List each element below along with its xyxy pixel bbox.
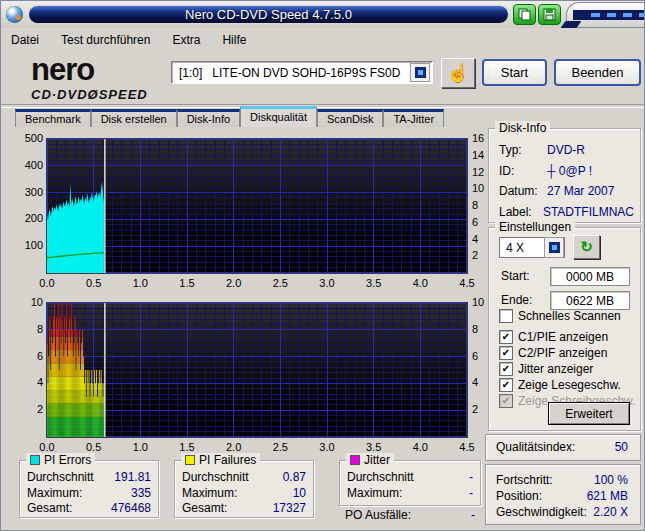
x-tick-label: 2.5: [265, 277, 295, 289]
y-tick-label: 4: [13, 376, 43, 389]
x-tick-label: 4.0: [405, 441, 435, 453]
checkbox-box[interactable]: [499, 309, 513, 323]
progress-row: Fortschritt:100 %: [496, 472, 628, 488]
stat-row: Durchschnitt0.87: [182, 470, 306, 486]
stat-row-label: Maximum:: [347, 486, 402, 502]
stat-row-label: Durchschnitt: [182, 470, 249, 486]
y-tick-label: 200: [13, 212, 43, 225]
stat-group-title: PI Failures: [181, 453, 260, 467]
stat-row: Maximum:10: [182, 486, 306, 502]
tab-diskqualit-t[interactable]: Diskqualität: [240, 106, 317, 127]
menu-item-hilfe[interactable]: Hilfe: [214, 31, 254, 49]
checkbox-zeige-lesegeschw-[interactable]: ✔Zeige Lesegeschw.: [499, 377, 636, 392]
x-tick-label: 4.5: [452, 277, 482, 289]
x-tick-label: 0.5: [79, 277, 109, 289]
stat-row-label: Gesamt:: [182, 501, 227, 517]
start-field-label: Start:: [501, 269, 530, 283]
disk-info-row-value: ┼ 0@P !: [547, 161, 592, 182]
checkbox-box: ✔: [499, 394, 513, 408]
tab-disk-info[interactable]: Disk-Info: [177, 109, 240, 127]
tab-disk-erstellen[interactable]: Disk erstellen: [91, 109, 177, 127]
speed-select[interactable]: 4 X: [499, 237, 565, 258]
x-tick-label: 1.5: [172, 277, 202, 289]
x-tick-label: 3.0: [312, 277, 342, 289]
checkbox-schnelles-scannen[interactable]: Schnelles Scannen: [499, 308, 636, 323]
stat-row-value: 335: [131, 486, 151, 502]
checkbox-c1-pie-anzeigen[interactable]: ✔C1/PIE anzeigen: [499, 329, 636, 344]
start-field[interactable]: 0000 MB: [550, 267, 630, 286]
x-tick-label: 2.5: [265, 441, 295, 453]
floppy-disk-icon: [543, 8, 556, 21]
disk-info-row-value: STADTFILMNAC: [543, 202, 634, 223]
end-field[interactable]: 0622 MB: [550, 291, 630, 310]
start-button[interactable]: Start: [482, 59, 547, 86]
disk-info-row-label: Datum:: [499, 181, 547, 202]
x-tick-label: 3.5: [359, 441, 389, 453]
stat-row: Gesamt:476468: [27, 501, 151, 517]
stat-row-label: Durchschnitt: [27, 470, 94, 486]
stat-row-value: -: [469, 470, 473, 486]
y-tick-label: 8: [13, 323, 43, 336]
x-tick-label: 4.0: [405, 277, 435, 289]
stat-row-value: 0.87: [283, 470, 306, 486]
speed-select-dropdown-button[interactable]: [544, 237, 564, 258]
tab-benchmark[interactable]: Benchmark: [15, 109, 91, 127]
advanced-button[interactable]: Erweitert: [548, 402, 630, 425]
tab-ta-jitter[interactable]: TA-Jitter: [383, 109, 444, 127]
stat-row: Maximum:-: [347, 486, 473, 502]
checkbox-c2-pif-anzeigen[interactable]: ✔C2/PIF anzeigen: [499, 345, 636, 360]
disk-info-row-value: 27 Mar 2007: [547, 181, 614, 202]
checkbox-box[interactable]: ✔: [499, 346, 513, 360]
progress-row-value: 2.20 X: [593, 504, 628, 520]
refresh-arrows-icon: ↻: [580, 238, 593, 255]
stat-group-title-text: Jitter: [364, 453, 390, 467]
menu-item-test-durchf-hren[interactable]: Test durchführen: [53, 31, 158, 49]
pi-errors-groupbox: PI ErrorsDurchschnitt191.81Maximum:335Ge…: [19, 460, 159, 518]
drive-select-dropdown-button[interactable]: [410, 63, 430, 82]
stat-row-label: Maximum:: [182, 486, 237, 502]
legend-color-swatch: [185, 455, 195, 465]
checkbox-jitter-anzeiger[interactable]: ✔Jitter anzeiger: [499, 361, 636, 376]
titlebar: Nero CD-DVD Speed 4.7.5.0: [1, 1, 644, 28]
menu-item-extra[interactable]: Extra: [164, 31, 208, 49]
stat-row-value: 10: [293, 486, 306, 502]
drive-select[interactable]: [1:0] LITE-ON DVD SOHD-16P9S FS0D: [171, 61, 433, 84]
copy-button[interactable]: [513, 4, 536, 25]
checkbox-box[interactable]: ✔: [499, 362, 513, 376]
legend-color-swatch: [30, 455, 40, 465]
stat-row: Maximum:335: [27, 486, 151, 502]
pi-errors-y-axis: 500400300200100: [13, 139, 43, 273]
stat-row: Durchschnitt191.81: [27, 470, 151, 486]
cd-dvd-speed-logo-text: CD·DVDØSPEED: [31, 88, 148, 101]
y-tick-label: 500: [13, 132, 43, 145]
tab-scandisk[interactable]: ScanDisk: [317, 109, 383, 127]
x-tick-label: 1.0: [125, 277, 155, 289]
disk-info-row-label: Label:: [499, 202, 543, 223]
stat-group-title-text: PI Errors: [44, 453, 91, 467]
pi-failures-chart: [47, 303, 467, 437]
quality-index-value: 50: [615, 440, 628, 454]
copy-icon: [518, 8, 531, 21]
eject-button[interactable]: ☝: [441, 58, 475, 88]
menu-item-datei[interactable]: Datei: [3, 31, 47, 49]
y-tick-label: 6: [13, 350, 43, 363]
stat-rows: Durchschnitt191.81Maximum:335Gesamt:4764…: [27, 470, 151, 517]
x-tick-label: 0.5: [79, 441, 109, 453]
disk-info-row: Typ:DVD-R: [499, 140, 634, 161]
x-tick-label: 2.0: [219, 441, 249, 453]
checkbox-box[interactable]: ✔: [499, 378, 513, 392]
tab-strip: BenchmarkDisk erstellenDisk-InfoDiskqual…: [15, 106, 444, 127]
end-field-label: Ende:: [501, 293, 532, 307]
quit-button[interactable]: Beenden: [554, 59, 641, 86]
legend-color-swatch: [350, 455, 360, 465]
progress-panel: Fortschritt:100 %Position:621 MBGeschwin…: [485, 464, 641, 525]
progress-row: Geschwindigkeit:2.20 X: [496, 504, 628, 520]
x-tick-label: 3.5: [359, 277, 389, 289]
po-failures-row: PO Ausfälle:-: [345, 508, 475, 522]
po-failures-value: -: [471, 508, 475, 522]
refresh-button[interactable]: ↻: [573, 235, 600, 259]
save-button[interactable]: [538, 4, 561, 25]
stat-rows: Durchschnitt-Maximum:-: [347, 470, 473, 501]
checkbox-box[interactable]: ✔: [499, 330, 513, 344]
disk-info-row: Label:STADTFILMNAC: [499, 202, 634, 223]
